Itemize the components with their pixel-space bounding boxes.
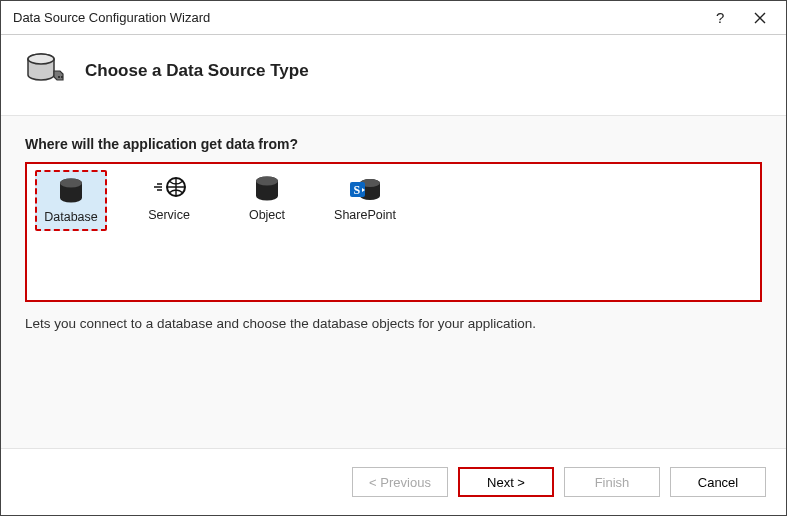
option-label: Service bbox=[148, 208, 190, 222]
option-object[interactable]: Object bbox=[231, 170, 303, 227]
wizard-window: Data Source Configuration Wizard ? Choos… bbox=[0, 0, 787, 516]
option-description: Lets you connect to a database and choos… bbox=[25, 316, 762, 331]
data-source-options: Database Service bbox=[25, 162, 762, 302]
service-icon bbox=[152, 174, 186, 204]
svg-rect-4 bbox=[61, 76, 63, 78]
header: Choose a Data Source Type bbox=[1, 35, 786, 115]
option-label: Object bbox=[249, 208, 285, 222]
option-database[interactable]: Database bbox=[35, 170, 107, 231]
content-area: Where will the application get data from… bbox=[1, 115, 786, 449]
header-title: Choose a Data Source Type bbox=[85, 61, 309, 81]
cancel-button[interactable]: Cancel bbox=[670, 467, 766, 497]
finish-button[interactable]: Finish bbox=[564, 467, 660, 497]
footer: < Previous Next > Finish Cancel bbox=[1, 449, 786, 515]
window-title: Data Source Configuration Wizard bbox=[13, 10, 700, 25]
option-label: SharePoint bbox=[334, 208, 396, 222]
database-icon bbox=[54, 176, 88, 206]
svg-text:S: S bbox=[354, 183, 361, 197]
object-icon bbox=[250, 174, 284, 204]
titlebar: Data Source Configuration Wizard ? bbox=[1, 1, 786, 35]
datasource-header-icon bbox=[23, 49, 67, 93]
previous-button[interactable]: < Previous bbox=[352, 467, 448, 497]
svg-rect-3 bbox=[58, 76, 60, 78]
option-label: Database bbox=[44, 210, 98, 224]
next-button[interactable]: Next > bbox=[458, 467, 554, 497]
option-sharepoint[interactable]: S SharePoint bbox=[329, 170, 401, 227]
close-button[interactable] bbox=[740, 4, 780, 32]
svg-text:?: ? bbox=[716, 10, 724, 26]
svg-point-2 bbox=[28, 54, 54, 64]
option-service[interactable]: Service bbox=[133, 170, 205, 227]
sharepoint-icon: S bbox=[348, 174, 382, 204]
svg-point-9 bbox=[256, 177, 278, 186]
help-button[interactable]: ? bbox=[700, 4, 740, 32]
prompt-text: Where will the application get data from… bbox=[25, 136, 762, 152]
svg-point-6 bbox=[60, 179, 82, 188]
